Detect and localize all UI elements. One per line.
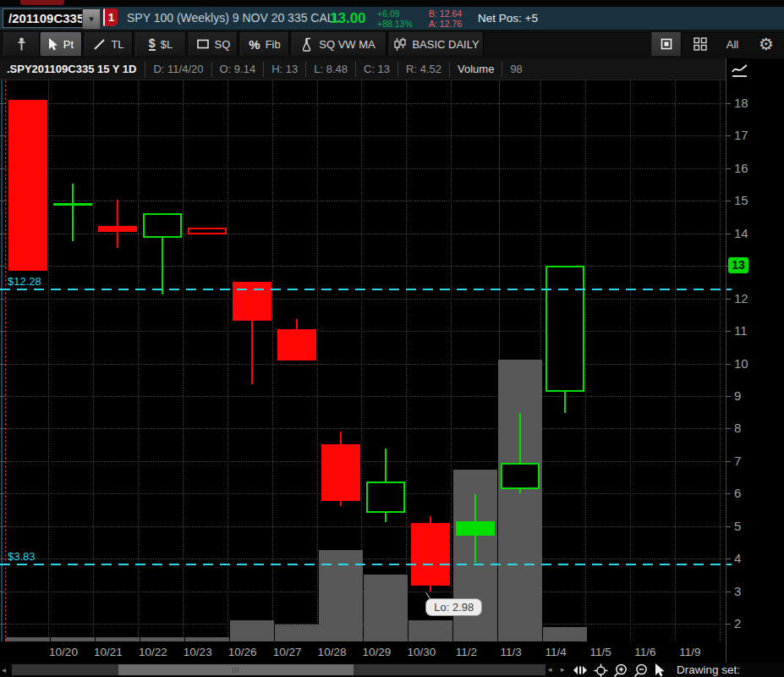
thinkorswim-chart-window: /201109C335 ▾ 1 SPY 100 (Weeklys) 9 NOV … bbox=[0, 0, 784, 677]
date-label: 11/4 bbox=[545, 646, 566, 658]
price-tick-label: 17 bbox=[734, 128, 748, 143]
left-tick bbox=[0, 526, 5, 527]
v-gridline bbox=[317, 80, 318, 641]
price-tick-label: 3 bbox=[734, 584, 741, 599]
tool-fib-button[interactable]: % Fib bbox=[240, 32, 289, 56]
drawing-set-label: Drawing set: Default bbox=[677, 663, 740, 677]
price-tick bbox=[726, 331, 731, 332]
h-gridline bbox=[0, 299, 726, 300]
candle-10/26 bbox=[233, 282, 271, 322]
order-line bbox=[0, 289, 726, 290]
left-tick bbox=[0, 592, 5, 592]
price-tick bbox=[726, 168, 731, 169]
ohlc-range: R: 4.52 bbox=[397, 62, 449, 77]
zoom-in-icon bbox=[613, 663, 628, 677]
study-basic-daily-button[interactable]: BASIC DAILY bbox=[389, 32, 484, 56]
zoom-in-button[interactable] bbox=[611, 663, 628, 677]
date-label: 11/3 bbox=[501, 646, 522, 658]
price-tick bbox=[726, 592, 731, 592]
symbol-dropdown-button[interactable]: ▾ bbox=[82, 8, 101, 30]
candle-wick bbox=[117, 200, 118, 248]
price-tick bbox=[726, 461, 731, 462]
price-axis[interactable]: 2345678910111213141516171813 bbox=[726, 58, 784, 663]
candle-10/20 bbox=[53, 203, 92, 206]
price-tick-label: 8 bbox=[734, 421, 741, 436]
candle-10/28 bbox=[321, 444, 360, 502]
h-gridline bbox=[0, 201, 726, 201]
quote-bar: /201109C335 ▾ 1 SPY 100 (Weeklys) 9 NOV … bbox=[0, 7, 784, 30]
scrollbar-thumb[interactable]: ||| bbox=[118, 664, 354, 675]
all-charts-label: All bbox=[726, 38, 738, 51]
chart-style-icon[interactable] bbox=[730, 62, 750, 80]
scroll-end-arrows[interactable]: ◂ ▸ bbox=[548, 664, 568, 675]
candle-10/22 bbox=[143, 213, 182, 238]
ohlc-low: L: 8.48 bbox=[305, 62, 355, 77]
candle-10/27 bbox=[277, 329, 316, 361]
chart-plot-area[interactable]: $12.28$3.83Lo: 2.98 bbox=[0, 80, 726, 641]
alert-badge-icon[interactable]: 1 bbox=[103, 8, 118, 26]
price-tick bbox=[726, 364, 731, 365]
date-label: 11/2 bbox=[456, 646, 477, 658]
grid-layout-button[interactable] bbox=[685, 32, 715, 56]
candle-11/3 bbox=[501, 463, 540, 489]
crosshair-button[interactable] bbox=[592, 663, 609, 677]
left-edge-line bbox=[1, 80, 3, 641]
percent-icon: % bbox=[249, 37, 260, 52]
pin-button[interactable] bbox=[3, 32, 40, 56]
h-gridline bbox=[0, 396, 726, 397]
date-axis[interactable]: 10/2010/2110/2210/2310/2610/2710/2810/29… bbox=[0, 641, 726, 663]
cursor-icon bbox=[48, 38, 58, 51]
drawing-set-selector[interactable]: Drawing set: Default◢ bbox=[677, 663, 784, 677]
volume-value: 98 bbox=[502, 62, 529, 77]
last-price: 13.00 bbox=[330, 7, 366, 30]
tool-pointer-button[interactable]: Pt bbox=[40, 32, 82, 56]
flask-icon bbox=[303, 37, 314, 52]
candle-10/30 bbox=[411, 523, 450, 586]
scroll-left-arrow[interactable]: ◂ bbox=[2, 664, 6, 675]
scrollbar-track[interactable]: ||| bbox=[12, 664, 546, 675]
candle-11/4 bbox=[546, 266, 584, 391]
pan-button[interactable] bbox=[572, 663, 589, 677]
square-icon bbox=[196, 38, 210, 50]
candle-10/23 bbox=[188, 228, 227, 234]
chart-settings-button[interactable]: ⚙ bbox=[749, 32, 783, 56]
tool-trendline-button[interactable]: TL bbox=[85, 32, 133, 56]
v-gridline bbox=[138, 80, 139, 641]
all-charts-button[interactable]: All bbox=[717, 32, 748, 56]
trendline-icon bbox=[93, 38, 106, 51]
h-gridline bbox=[0, 461, 726, 462]
volume-bar bbox=[230, 620, 274, 641]
bid-ask-stack: B: 12.64 A: 12.76 bbox=[429, 8, 462, 29]
left-tick bbox=[0, 168, 5, 169]
tool-price-level-button[interactable]: $ $L bbox=[135, 32, 186, 56]
order-line bbox=[0, 564, 726, 565]
order-line-label: $3.83 bbox=[8, 550, 36, 563]
v-gridline bbox=[183, 80, 184, 641]
price-tick-label: 16 bbox=[734, 161, 748, 176]
study-sq-vw-ma-button[interactable]: SQ VW MA bbox=[292, 32, 387, 56]
price-tick bbox=[726, 234, 731, 234]
pin-icon bbox=[16, 37, 27, 52]
single-chart-layout-button[interactable] bbox=[651, 32, 682, 56]
ohlc-date: D: 11/4/20 bbox=[145, 62, 211, 77]
chart-header: .SPY201109C335 15 Y 1D D: 11/4/20 O: 9.1… bbox=[0, 58, 726, 80]
price-tick-label: 14 bbox=[734, 226, 748, 241]
left-tick bbox=[0, 234, 5, 234]
price-tick bbox=[726, 201, 731, 201]
pointer-mode-button[interactable] bbox=[651, 663, 668, 677]
instrument-description: SPY 100 (Weeklys) 9 NOV 20 335 CALL bbox=[127, 7, 340, 30]
ohlc-high: H: 13 bbox=[263, 62, 305, 77]
date-label: 10/28 bbox=[318, 646, 347, 658]
left-tick bbox=[0, 624, 5, 625]
tool-fib-label: Fib bbox=[266, 38, 281, 51]
zoom-out-button[interactable] bbox=[632, 663, 649, 677]
tool-rectangle-button[interactable]: SQ bbox=[189, 32, 238, 56]
date-label: 10/20 bbox=[49, 646, 78, 658]
pan-icon bbox=[572, 665, 589, 675]
tool-price-level-label: $L bbox=[161, 38, 173, 51]
candle-10/29 bbox=[366, 482, 405, 513]
left-tick bbox=[0, 396, 5, 397]
tool-pointer-label: Pt bbox=[63, 38, 74, 51]
symbol-input[interactable]: /201109C335 bbox=[3, 8, 87, 28]
v-gridline bbox=[451, 80, 452, 641]
